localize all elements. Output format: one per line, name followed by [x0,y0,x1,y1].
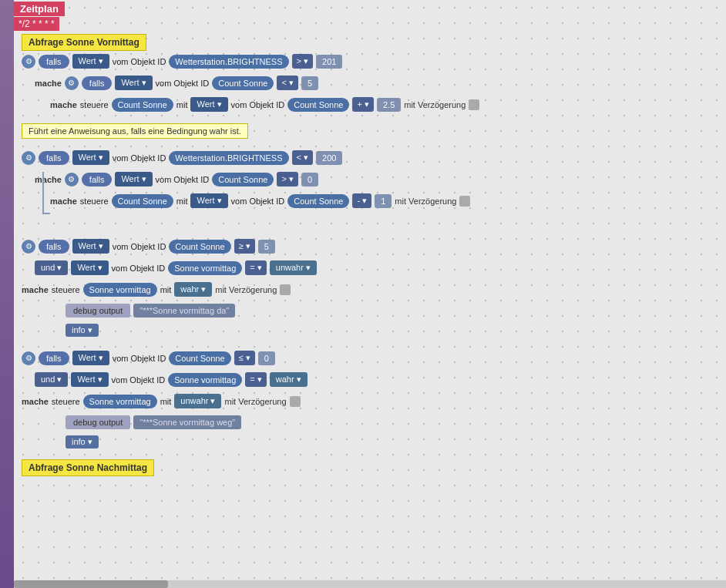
falls-6[interactable]: falls [39,351,69,365]
debug-output-1[interactable]: debug output [66,304,130,318]
wert-6[interactable]: Wert ▾ [190,193,227,208]
wert-10[interactable]: Wert ▾ [71,372,108,387]
op-lt-2[interactable]: < ▾ [292,150,314,165]
op-eq-1[interactable]: = ▾ [245,260,267,275]
falls-4[interactable]: falls [82,173,113,186]
block-row-6: mache steuere Count Sonne mit Wert ▾ vom… [50,193,470,208]
abfrage-nachmittag-label: Abfrage Sonne Nachmittag [22,459,154,476]
gear-icon-5[interactable]: ⚙ [22,240,35,254]
gear-icon-4[interactable]: ⚙ [65,173,79,186]
vom-objekt-id-8: vom Objekt ID [112,264,166,273]
debug-output-2[interactable]: debug output [66,415,130,429]
count-sonne-2[interactable]: Count Sonne [112,98,173,112]
op-gt-2[interactable]: > ▾ [277,172,298,186]
op-gt-1[interactable]: > ▾ [292,54,314,69]
block-row-9: mache steuere Sonne vormittag mit wahr ▾… [22,282,291,297]
num-5-2[interactable]: 5 [258,240,275,254]
falls-1[interactable]: falls [39,55,69,69]
verz-checkbox-1[interactable] [469,99,479,110]
count-sonne-6[interactable]: Count Sonne [287,194,349,208]
op-minus[interactable]: - ▾ [352,193,371,208]
und-1[interactable]: und ▾ [35,260,68,275]
mache-6: mache [22,397,49,406]
op-eq-2[interactable]: = ▾ [245,372,267,387]
abfrage-vormittag-label: Abfrage Sonne Vormittag [22,34,146,51]
op-gte[interactable]: ≥ ▾ [234,239,255,254]
wert-2[interactable]: Wert ▾ [115,76,152,90]
brightness-1[interactable]: Wetterstation.BRIGHTNESS [169,55,288,69]
block-row-15: debug output "***Sonne vormittag weg" [66,415,241,429]
wert-5[interactable]: Wert ▾ [115,172,152,186]
num-0-2[interactable]: 0 [258,351,275,365]
falls-3[interactable]: falls [39,151,69,165]
unwahr-1[interactable]: unwahr ▾ [270,260,317,275]
mit-verz-4: mit Verzögerung [224,397,286,406]
op-lte[interactable]: ≤ ▾ [234,351,255,365]
gear-icon-3[interactable]: ⚙ [22,151,35,165]
wahr-2[interactable]: wahr ▾ [270,372,308,387]
count-sonne-5[interactable]: Count Sonne [112,194,173,208]
sonne-vorm-3[interactable]: Sonne vormittag [168,373,242,387]
wert-4[interactable]: Wert ▾ [72,150,109,165]
wert-1[interactable]: Wert ▾ [72,54,109,69]
info-2[interactable]: info ▾ [66,435,99,449]
vom-objekt-id-4: vom Objekt ID [113,153,166,163]
verz-checkbox-4[interactable] [290,396,301,407]
num-2-5[interactable]: 2.5 [377,98,401,112]
block-row-14: mache steuere Sonne vormittag mit unwahr… [22,394,301,408]
falls-5[interactable]: falls [39,240,69,254]
vom-objekt-id-6: vom Objekt ID [231,197,285,206]
block-row-3: mache steuere Count Sonne mit Wert ▾ vom… [50,97,479,112]
schedule-value: */2 * * * * [18,18,55,29]
mache-4: mache [50,197,77,206]
gear-icon-2[interactable]: ⚙ [65,76,79,90]
wahr-1[interactable]: wahr ▾ [174,282,212,297]
sonne-vorm-2[interactable]: Sonne vormittag [83,283,157,297]
num-1[interactable]: 1 [375,194,392,208]
wert-7[interactable]: Wert ▾ [72,239,109,254]
verz-checkbox-2[interactable] [459,196,470,207]
block-row-1: ⚙ falls Wert ▾ vom Objekt ID Wetterstati… [22,54,342,69]
sonne-vorm-4[interactable]: Sonne vormittag [83,395,157,408]
gear-icon-1[interactable]: ⚙ [22,55,35,69]
debug-msg-2[interactable]: "***Sonne vormittag weg" [133,415,241,429]
num-0-1[interactable]: 0 [301,173,318,186]
block-row-12: ⚙ falls Wert ▾ vom Objekt ID Count Sonne… [22,351,275,365]
brightness-2[interactable]: Wetterstation.BRIGHTNESS [169,151,288,165]
unwahr-2[interactable]: unwahr ▾ [174,394,221,408]
und-2[interactable]: und ▾ [35,372,68,387]
num-200[interactable]: 200 [316,151,342,165]
main-container: Zeitplan */2 * * * * Abfrage Sonne Vormi… [0,0,726,588]
wert-3[interactable]: Wert ▾ [190,97,227,112]
vom-objekt-id-9: vom Objekt ID [113,354,166,363]
count-sonne-7[interactable]: Count Sonne [169,240,230,254]
falls-2[interactable]: falls [82,76,113,90]
vom-objekt-id-7: vom Objekt ID [113,242,166,251]
block-row-13: und ▾ Wert ▾ vom Objekt ID Sonne vormitt… [35,372,308,387]
count-sonne-4[interactable]: Count Sonne [212,173,274,186]
info-1[interactable]: info ▾ [66,324,99,337]
num-5-1[interactable]: 5 [301,76,318,90]
mit-verz-3: mit Verzögerung [215,285,277,294]
mit-1: mit [176,100,188,109]
num-201[interactable]: 201 [316,55,342,69]
bottom-scrollbar[interactable] [14,580,726,588]
count-sonne-8[interactable]: Count Sonne [169,351,230,365]
scrollbar-thumb[interactable] [14,580,168,588]
gear-icon-6[interactable]: ⚙ [22,351,35,365]
count-sonne-1[interactable]: Count Sonne [212,76,274,90]
sonne-vorm-1[interactable]: Sonne vormittag [168,261,242,275]
op-lt-1[interactable]: < ▾ [277,76,298,90]
steuere-4: steuere [52,397,80,406]
wert-8[interactable]: Wert ▾ [71,260,108,275]
mache-1: mache [35,79,62,88]
op-plus[interactable]: + ▾ [352,97,374,112]
zeitplan-header: Zeitplan [14,2,65,16]
verz-checkbox-3[interactable] [280,284,291,295]
sidebar [0,0,14,588]
debug-msg-1[interactable]: "***Sonne vormittag da" [133,304,235,318]
wert-9[interactable]: Wert ▾ [72,351,109,365]
zeitplan-label: Zeitplan [20,3,59,15]
count-sonne-3[interactable]: Count Sonne [287,98,349,112]
tooltip: Führt eine Anweisung aus, falls eine Bed… [22,123,248,139]
